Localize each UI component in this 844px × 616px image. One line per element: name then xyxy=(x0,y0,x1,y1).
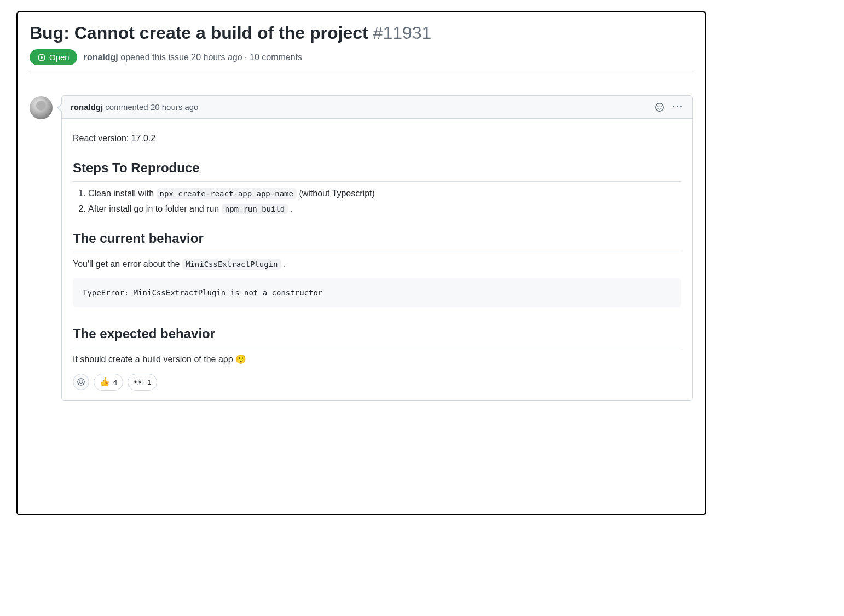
issue-meta-row: Open ronaldgj opened this issue 20 hours… xyxy=(30,49,693,73)
eyes-emoji: 👀 xyxy=(134,376,144,388)
svg-point-7 xyxy=(82,381,83,382)
step1-code: npx create-react-app app-name xyxy=(157,188,297,199)
reactions-bar: 👍 4 👀 1 xyxy=(73,374,681,391)
comment-author-link[interactable]: ronaldgj xyxy=(71,102,103,112)
svg-point-3 xyxy=(657,106,658,107)
svg-point-1 xyxy=(41,56,43,59)
reaction-count: 4 xyxy=(113,377,117,388)
step1-pre: Clean install with xyxy=(88,189,157,198)
thumbs-up-emoji: 👍 xyxy=(100,376,110,388)
comment-header-left: ronaldgj commented 20 hours ago xyxy=(71,102,198,112)
step2-pre: After install go in to folder and run xyxy=(88,204,222,213)
comment-thread: ronaldgj commented 20 hours ago ··· Reac… xyxy=(30,95,693,401)
reaction-count: 1 xyxy=(147,377,151,388)
error-code-block: TypeError: MiniCssExtractPlugin is not a… xyxy=(73,278,681,307)
list-item: After install go in to folder and run np… xyxy=(88,202,681,216)
step2-post: . xyxy=(288,204,293,213)
add-reaction-button[interactable] xyxy=(73,374,89,390)
current-behavior-text: You'll get an error about the MiniCssExt… xyxy=(73,258,681,271)
issue-title-row: Bug: Cannot create a build of the projec… xyxy=(30,22,693,44)
current-code: MiniCssExtractPlugin xyxy=(182,259,281,270)
svg-point-6 xyxy=(79,381,80,382)
current-behavior-heading: The current behavior xyxy=(73,229,681,252)
issue-meta-text: ronaldgj opened this issue 20 hours ago … xyxy=(84,53,302,62)
svg-point-4 xyxy=(661,106,662,107)
svg-point-2 xyxy=(656,103,663,111)
smiley-icon[interactable] xyxy=(655,102,664,112)
react-version-line: React version: 17.0.2 xyxy=(73,132,681,145)
step2-code: npm run build xyxy=(222,204,288,214)
issue-comments-count: 10 comments xyxy=(250,53,302,62)
state-badge-open: Open xyxy=(30,49,77,65)
smiley-icon xyxy=(77,377,85,386)
current-pre: You'll get an error about the xyxy=(73,259,182,269)
step1-post: (without Typescript) xyxy=(297,189,375,198)
comment-box: ronaldgj commented 20 hours ago ··· Reac… xyxy=(61,95,693,401)
expected-behavior-text: It should create a build version of the … xyxy=(73,353,681,366)
list-item: Clean install with npx create-react-app … xyxy=(88,187,681,200)
comment-action: commented xyxy=(105,102,148,112)
issue-open-icon xyxy=(37,53,46,62)
comment-body: React version: 17.0.2 Steps To Reproduce… xyxy=(62,119,692,400)
comment-header: ronaldgj commented 20 hours ago ··· xyxy=(62,96,692,119)
current-post: . xyxy=(281,259,286,269)
reaction-thumbs-up[interactable]: 👍 4 xyxy=(94,374,123,391)
steps-list: Clean install with npx create-react-app … xyxy=(88,187,681,216)
issue-opened-text: opened this issue 20 hours ago xyxy=(120,53,242,62)
issue-number: #11931 xyxy=(373,23,432,43)
avatar[interactable] xyxy=(30,96,53,119)
comment-time-link[interactable]: 20 hours ago xyxy=(151,102,199,112)
issue-title: Bug: Cannot create a build of the projec… xyxy=(30,22,693,44)
issue-author-link[interactable]: ronaldgj xyxy=(84,53,118,62)
steps-heading: Steps To Reproduce xyxy=(73,158,681,182)
issue-title-text: Bug: Cannot create a build of the projec… xyxy=(30,23,368,43)
kebab-icon[interactable]: ··· xyxy=(672,101,684,113)
state-badge-text: Open xyxy=(49,53,70,62)
svg-point-5 xyxy=(78,379,84,385)
reaction-eyes[interactable]: 👀 1 xyxy=(128,374,157,391)
expected-behavior-heading: The expected behavior xyxy=(73,324,681,347)
